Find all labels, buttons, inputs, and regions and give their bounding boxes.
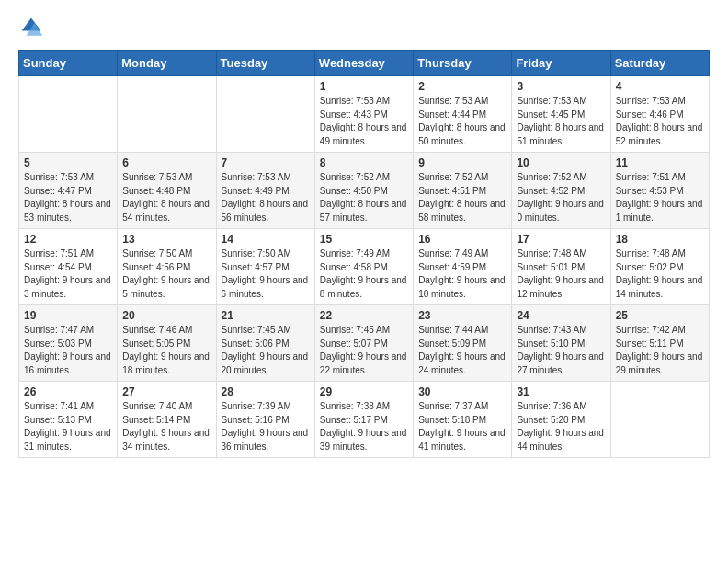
sunrise-text: Sunrise: 7:44 AM — [418, 325, 488, 335]
day-info: Sunrise: 7:53 AM Sunset: 4:47 PM Dayligh… — [24, 171, 112, 224]
sunset-text: Sunset: 4:46 PM — [616, 109, 684, 120]
calendar-cell: 26 Sunrise: 7:41 AM Sunset: 5:13 PM Dayl… — [19, 382, 118, 458]
sunset-text: Sunset: 4:44 PM — [418, 109, 486, 120]
day-number: 4 — [616, 80, 704, 93]
day-number: 19 — [24, 309, 112, 322]
sunset-text: Sunset: 4:50 PM — [320, 186, 388, 196]
calendar-cell: 18 Sunrise: 7:48 AM Sunset: 5:02 PM Dayl… — [610, 229, 709, 305]
calendar-cell: 2 Sunrise: 7:53 AM Sunset: 4:44 PM Dayli… — [414, 76, 512, 153]
weekday-header-row: SundayMondayTuesdayWednesdayThursdayFrid… — [19, 51, 710, 76]
calendar-cell: 20 Sunrise: 7:46 AM Sunset: 5:05 PM Dayl… — [118, 305, 216, 382]
day-number: 27 — [122, 385, 210, 398]
sunset-text: Sunset: 4:52 PM — [517, 186, 585, 196]
sunrise-text: Sunrise: 7:48 AM — [517, 248, 586, 259]
calendar-week-5: 26 Sunrise: 7:41 AM Sunset: 5:13 PM Dayl… — [19, 382, 710, 458]
day-info: Sunrise: 7:48 AM Sunset: 5:02 PM Dayligh… — [616, 247, 704, 301]
calendar-cell: 12 Sunrise: 7:51 AM Sunset: 4:54 PM Dayl… — [19, 229, 118, 305]
daylight-text: Daylight: 8 hours and 54 minutes. — [122, 199, 210, 223]
day-number: 30 — [418, 385, 506, 398]
calendar-cell: 23 Sunrise: 7:44 AM Sunset: 5:09 PM Dayl… — [414, 305, 512, 382]
daylight-text: Daylight: 9 hours and 36 minutes. — [222, 428, 309, 452]
day-info: Sunrise: 7:40 AM Sunset: 5:14 PM Dayligh… — [122, 400, 210, 454]
calendar-cell: 3 Sunrise: 7:53 AM Sunset: 4:45 PM Dayli… — [512, 76, 610, 153]
sunset-text: Sunset: 5:11 PM — [616, 339, 684, 349]
sunrise-text: Sunrise: 7:51 AM — [616, 172, 686, 182]
daylight-text: Daylight: 8 hours and 49 minutes. — [320, 122, 407, 146]
daylight-text: Daylight: 9 hours and 8 minutes. — [320, 275, 407, 299]
calendar-cell: 10 Sunrise: 7:52 AM Sunset: 4:52 PM Dayl… — [512, 153, 610, 229]
day-info: Sunrise: 7:37 AM Sunset: 5:18 PM Dayligh… — [418, 400, 506, 454]
calendar-cell: 25 Sunrise: 7:42 AM Sunset: 5:11 PM Dayl… — [610, 305, 709, 382]
sunset-text: Sunset: 5:10 PM — [517, 339, 585, 349]
calendar-cell: 30 Sunrise: 7:37 AM Sunset: 5:18 PM Dayl… — [414, 382, 512, 458]
sunrise-text: Sunrise: 7:49 AM — [320, 248, 390, 259]
daylight-text: Daylight: 9 hours and 1 minute. — [616, 199, 703, 223]
calendar-week-4: 19 Sunrise: 7:47 AM Sunset: 5:03 PM Dayl… — [19, 305, 710, 382]
calendar-cell: 31 Sunrise: 7:36 AM Sunset: 5:20 PM Dayl… — [512, 382, 610, 458]
daylight-text: Daylight: 9 hours and 3 minutes. — [24, 275, 111, 299]
calendar-table: SundayMondayTuesdayWednesdayThursdayFrid… — [18, 50, 710, 458]
day-number: 20 — [122, 309, 210, 322]
daylight-text: Daylight: 8 hours and 58 minutes. — [418, 199, 506, 223]
weekday-header-sunday: Sunday — [19, 51, 118, 76]
calendar-page: SundayMondayTuesdayWednesdayThursdayFrid… — [0, 0, 728, 473]
sunrise-text: Sunrise: 7:53 AM — [320, 96, 390, 106]
weekday-header-monday: Monday — [118, 51, 216, 76]
daylight-text: Daylight: 8 hours and 56 minutes. — [222, 199, 309, 223]
calendar-cell: 15 Sunrise: 7:49 AM Sunset: 4:58 PM Dayl… — [314, 229, 413, 305]
day-number: 29 — [320, 385, 408, 398]
sunset-text: Sunset: 4:59 PM — [418, 262, 486, 272]
sunrise-text: Sunrise: 7:38 AM — [320, 401, 390, 411]
day-number: 9 — [418, 156, 506, 169]
page-header — [18, 15, 710, 40]
day-info: Sunrise: 7:48 AM Sunset: 5:01 PM Dayligh… — [517, 247, 605, 301]
weekday-header-saturday: Saturday — [610, 51, 709, 76]
calendar-cell: 29 Sunrise: 7:38 AM Sunset: 5:17 PM Dayl… — [314, 382, 413, 458]
sunrise-text: Sunrise: 7:43 AM — [517, 325, 586, 335]
day-number: 14 — [222, 233, 310, 246]
calendar-cell: 13 Sunrise: 7:50 AM Sunset: 4:56 PM Dayl… — [118, 229, 216, 305]
calendar-cell: 7 Sunrise: 7:53 AM Sunset: 4:49 PM Dayli… — [216, 153, 314, 229]
daylight-text: Daylight: 9 hours and 14 minutes. — [616, 275, 703, 299]
sunrise-text: Sunrise: 7:53 AM — [24, 172, 94, 182]
sunset-text: Sunset: 5:02 PM — [616, 262, 684, 272]
daylight-text: Daylight: 9 hours and 0 minutes. — [517, 199, 604, 223]
calendar-cell: 5 Sunrise: 7:53 AM Sunset: 4:47 PM Dayli… — [19, 153, 118, 229]
sunset-text: Sunset: 5:06 PM — [222, 339, 290, 349]
sunset-text: Sunset: 4:57 PM — [222, 262, 290, 272]
sunrise-text: Sunrise: 7:53 AM — [517, 96, 586, 106]
sunrise-text: Sunrise: 7:53 AM — [122, 172, 192, 182]
day-info: Sunrise: 7:53 AM Sunset: 4:44 PM Dayligh… — [418, 95, 506, 148]
daylight-text: Daylight: 9 hours and 22 minutes. — [320, 351, 407, 375]
sunset-text: Sunset: 4:49 PM — [222, 186, 290, 196]
sunrise-text: Sunrise: 7:41 AM — [24, 401, 94, 411]
calendar-cell: 14 Sunrise: 7:50 AM Sunset: 4:57 PM Dayl… — [216, 229, 314, 305]
day-number: 26 — [24, 385, 112, 398]
sunset-text: Sunset: 4:45 PM — [517, 109, 585, 120]
sunrise-text: Sunrise: 7:40 AM — [122, 401, 192, 411]
sunset-text: Sunset: 5:07 PM — [320, 339, 388, 349]
day-number: 10 — [517, 156, 605, 169]
day-number: 17 — [517, 233, 605, 246]
day-number: 22 — [320, 309, 408, 322]
calendar-cell: 19 Sunrise: 7:47 AM Sunset: 5:03 PM Dayl… — [19, 305, 118, 382]
day-info: Sunrise: 7:39 AM Sunset: 5:16 PM Dayligh… — [222, 400, 310, 454]
sunset-text: Sunset: 4:56 PM — [122, 262, 190, 272]
sunrise-text: Sunrise: 7:50 AM — [122, 248, 192, 259]
daylight-text: Daylight: 9 hours and 6 minutes. — [222, 275, 309, 299]
sunset-text: Sunset: 5:09 PM — [418, 339, 486, 349]
weekday-header-thursday: Thursday — [414, 51, 512, 76]
sunset-text: Sunset: 5:17 PM — [320, 415, 388, 425]
calendar-cell: 16 Sunrise: 7:49 AM Sunset: 4:59 PM Dayl… — [414, 229, 512, 305]
sunset-text: Sunset: 5:13 PM — [24, 415, 92, 425]
day-number: 31 — [517, 385, 605, 398]
day-info: Sunrise: 7:50 AM Sunset: 4:57 PM Dayligh… — [222, 247, 310, 301]
daylight-text: Daylight: 9 hours and 34 minutes. — [122, 428, 210, 452]
day-number: 8 — [320, 156, 408, 169]
sunset-text: Sunset: 5:01 PM — [517, 262, 585, 272]
sunrise-text: Sunrise: 7:45 AM — [320, 325, 390, 335]
sunrise-text: Sunrise: 7:36 AM — [517, 401, 586, 411]
day-info: Sunrise: 7:46 AM Sunset: 5:05 PM Dayligh… — [122, 324, 210, 377]
day-info: Sunrise: 7:52 AM Sunset: 4:51 PM Dayligh… — [418, 171, 506, 224]
day-number: 28 — [222, 385, 310, 398]
